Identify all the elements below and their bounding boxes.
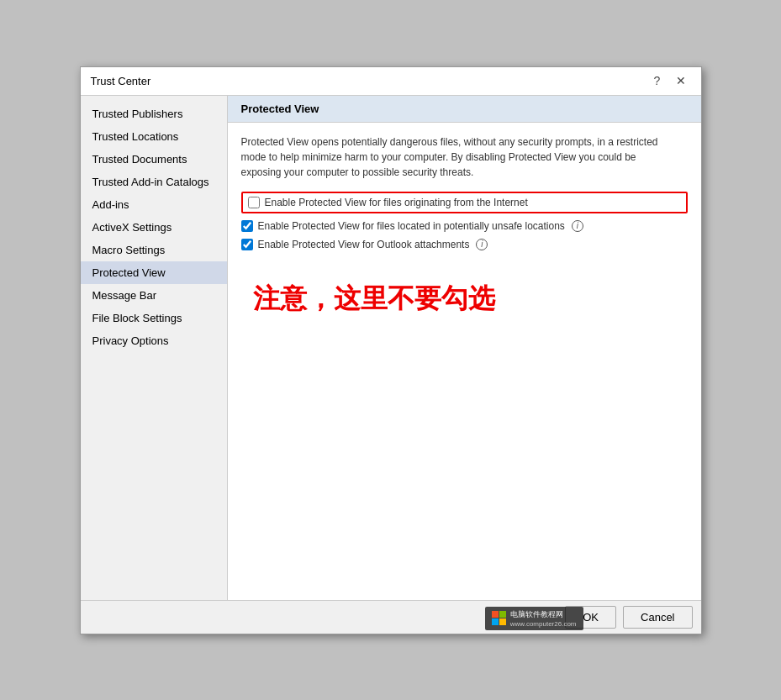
watermark-site: 电脑软件教程网 [510,609,577,620]
svg-rect-3 [499,618,506,625]
svg-rect-0 [492,611,499,618]
sidebar-item-file-block[interactable]: File Block Settings [81,307,227,329]
checkbox-unsafe-locations-label: Enable Protected View for files located … [258,220,565,232]
option-row-unsafe-locations: Enable Protected View for files located … [241,220,688,232]
help-button[interactable]: ? [647,71,668,91]
close-button[interactable]: ✕ [671,71,691,91]
dialog-body: Trusted Publishers Trusted Locations Tru… [81,96,701,600]
sidebar-item-privacy[interactable]: Privacy Options [81,329,227,352]
sidebar-item-protected-view[interactable]: Protected View [81,261,227,284]
sidebar-item-addins[interactable]: Add-ins [81,193,227,216]
sidebar-item-message-bar[interactable]: Message Bar [81,284,227,307]
title-bar: Trust Center ? ✕ [81,67,701,96]
info-icon-outlook[interactable]: i [476,239,488,250]
checkbox-outlook[interactable] [241,239,253,250]
section-body: Protected View opens potentially dangero… [228,123,701,262]
watermark-info: 电脑软件教程网 www.computer26.com [510,609,577,628]
checkbox-unsafe-locations[interactable] [241,220,253,232]
checkbox-internet-label: Enable Protected View for files originat… [265,197,528,208]
windows-logo [492,611,507,626]
title-bar-controls: ? ✕ [647,71,691,91]
window-title: Trust Center [91,75,151,87]
watermark-url: www.computer26.com [510,620,577,628]
sidebar-item-activex[interactable]: ActiveX Settings [81,216,227,239]
sidebar-item-trusted-locations[interactable]: Trusted Locations [81,125,227,148]
sidebar-item-trusted-addins[interactable]: Trusted Add-in Catalogs [81,171,227,193]
checkbox-internet[interactable] [248,197,260,208]
sidebar-item-trusted-documents[interactable]: Trusted Documents [81,148,227,171]
svg-rect-2 [492,618,499,625]
checkbox-outlook-label: Enable Protected View for Outlook attach… [258,239,470,250]
main-content: Protected View Protected View opens pote… [228,96,701,600]
section-header: Protected View [228,96,701,123]
option-row-internet: Enable Protected View for files originat… [241,192,688,213]
sidebar: Trusted Publishers Trusted Locations Tru… [81,96,228,600]
description-text: Protected View opens potentially dangero… [241,134,662,180]
options-area: Enable Protected View for files originat… [241,192,688,250]
annotation-text: 注意，这里不要勾选 [253,281,495,318]
info-icon-unsafe[interactable]: i [572,220,583,232]
trust-center-dialog: Trust Center ? ✕ Trusted Publishers Trus… [80,66,702,634]
sidebar-item-macro[interactable]: Macro Settings [81,239,227,261]
option-row-outlook: Enable Protected View for Outlook attach… [241,239,688,250]
svg-rect-1 [499,611,506,618]
title-bar-left: Trust Center [91,75,151,87]
bottom-bar: 电脑软件教程网 www.computer26.com OK Cancel [81,600,701,634]
sidebar-item-trusted-publishers[interactable]: Trusted Publishers [81,103,227,125]
cancel-button[interactable]: Cancel [623,606,692,629]
